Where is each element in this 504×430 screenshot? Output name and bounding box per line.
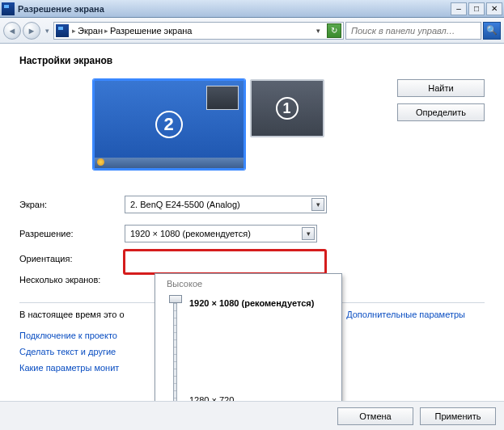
- minimize-button[interactable]: –: [451, 2, 467, 15]
- resolution-combo[interactable]: 1920 × 1080 (рекомендуется) ▾: [125, 225, 317, 242]
- label-multi-displays: Несколько экранов:: [19, 275, 125, 285]
- find-button[interactable]: Найти: [397, 79, 485, 97]
- combo-dropdown-icon[interactable]: ▾: [302, 227, 315, 240]
- cancel-button[interactable]: Отмена: [337, 407, 413, 425]
- resolution-options-list: 1920 × 1080 (рекомендуется)1280 × 720115…: [186, 293, 333, 401]
- nav-back-button[interactable]: ◄: [3, 22, 21, 40]
- apply-button[interactable]: Применить: [420, 407, 496, 425]
- address-dropdown-icon[interactable]: ▾: [316, 27, 320, 35]
- monitors-side-buttons: Найти Определить: [397, 76, 485, 121]
- label-display: Экран:: [19, 200, 125, 209]
- search-button[interactable]: 🔍: [483, 22, 501, 40]
- monitor-preview-1[interactable]: 1: [250, 79, 324, 137]
- display-form: Экран: 2. BenQ E24-5500 (Analog) ▾ Разре…: [19, 196, 485, 285]
- resolution-scale-high-label: Высокое: [167, 279, 333, 289]
- resolution-option[interactable]: [186, 332, 333, 352]
- monitor-preview-2[interactable]: 2: [93, 79, 245, 170]
- advanced-settings-link[interactable]: Дополнительные параметры: [346, 310, 465, 319]
- window-titlebar: Разрешение экрана – □ ✕: [0, 0, 504, 18]
- monitor-taskbar: [95, 158, 244, 168]
- chevron-right-icon: ▸: [72, 27, 76, 35]
- monitors-row: 2 1 Найти Определить: [19, 76, 485, 181]
- resolution-option[interactable]: [186, 371, 333, 390]
- resolution-option[interactable]: 1280 × 720: [186, 390, 333, 401]
- close-button[interactable]: ✕: [486, 2, 502, 15]
- status-text: В настоящее время это о: [19, 310, 125, 319]
- monitor-number: 2: [155, 111, 183, 138]
- dialog-button-bar: Отмена Применить: [0, 401, 504, 430]
- window-controls: – □ ✕: [451, 2, 502, 15]
- display-combo-value: 2. BenQ E24-5500 (Analog): [130, 200, 240, 209]
- projector-link[interactable]: Подключение к проекто: [19, 331, 117, 340]
- resolution-slider[interactable]: [173, 295, 177, 401]
- search-input[interactable]: [349, 25, 477, 36]
- nav-forward-button[interactable]: ►: [23, 22, 40, 40]
- monitor-number: 1: [276, 97, 299, 120]
- detect-button[interactable]: Определить: [397, 103, 485, 121]
- search-icon: 🔍: [486, 25, 498, 36]
- which-params-link[interactable]: Какие параметры монит: [19, 363, 119, 373]
- combo-dropdown-icon[interactable]: ▾: [311, 198, 324, 211]
- search-box[interactable]: [345, 22, 481, 40]
- resolution-option[interactable]: [186, 313, 333, 332]
- resolution-slider-thumb[interactable]: [169, 295, 182, 303]
- display-combo[interactable]: 2. BenQ E24-5500 (Analog) ▾: [125, 196, 327, 213]
- window-icon: [2, 2, 15, 15]
- resolution-combo-value: 1920 × 1080 (рекомендуется): [130, 229, 251, 238]
- breadcrumb-item[interactable]: Экран: [78, 26, 103, 36]
- maximize-button[interactable]: □: [468, 2, 485, 15]
- breadcrumb-item[interactable]: Разрешение экрана: [110, 26, 192, 36]
- section-title: Настройки экранов: [19, 55, 485, 66]
- refresh-button[interactable]: ↻: [327, 23, 341, 38]
- chevron-right-icon: ▸: [104, 27, 108, 35]
- label-orientation: Ориентация:: [19, 254, 125, 263]
- monitors-preview[interactable]: 2 1: [19, 76, 397, 181]
- label-resolution: Разрешение:: [19, 229, 125, 238]
- address-bar[interactable]: ▸ Экран ▸ Разрешение экрана ▾ ↻: [53, 22, 344, 40]
- nav-history-button[interactable]: ▾: [42, 27, 52, 35]
- nav-toolbar: ◄ ► ▾ ▸ Экран ▸ Разрешение экрана ▾ ↻ 🔍: [0, 18, 504, 44]
- breadcrumb: ▸ Экран ▸ Разрешение экрана: [72, 26, 311, 36]
- content-area: Настройки экранов 2 1 Найти Определить Э…: [0, 44, 504, 401]
- resolution-option[interactable]: [186, 352, 333, 371]
- resolution-dropdown-panel[interactable]: Высокое 1920 × 1080 (рекомендуется)1280 …: [155, 273, 342, 401]
- text-size-link[interactable]: Сделать текст и другие: [19, 347, 116, 356]
- monitor-inset: [206, 86, 239, 110]
- breadcrumb-icon: [56, 24, 69, 37]
- resolution-slider-column: [163, 293, 186, 401]
- window-title: Разрешение экрана: [18, 4, 451, 14]
- resolution-option[interactable]: 1920 × 1080 (рекомендуется): [186, 293, 333, 313]
